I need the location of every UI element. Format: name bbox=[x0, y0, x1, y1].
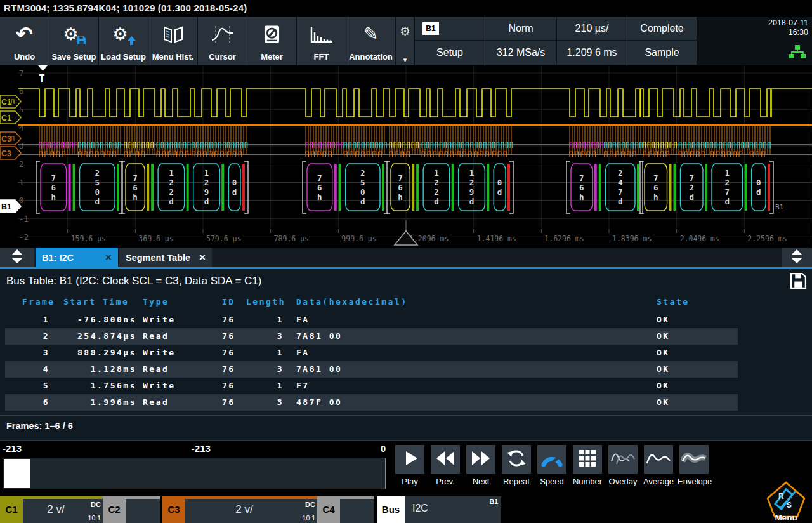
bus-badge[interactable]: B1 bbox=[422, 22, 439, 35]
channel-tab-c3[interactable]: C3 bbox=[162, 496, 185, 523]
history-current-label: -213 bbox=[192, 441, 211, 458]
channel-probe-ratio: 10:1 bbox=[303, 514, 315, 522]
table-row[interactable]: 2254.874µsRead7637A81 00OK bbox=[5, 328, 738, 345]
bus-frame-label: 9 bbox=[204, 187, 209, 197]
table-row[interactable]: 51.756msWrite761F7OK bbox=[5, 378, 738, 394]
fft-button[interactable]: FFT bbox=[297, 17, 346, 65]
close-icon[interactable]: × bbox=[190, 251, 206, 264]
bus-ack-bar bbox=[412, 164, 414, 211]
load-setup-button[interactable]: ⚙Load Setup bbox=[99, 17, 148, 65]
history-slider: -213 -213 0 bbox=[3, 441, 386, 489]
timebase[interactable]: 210 µs/ bbox=[557, 17, 627, 40]
column-header: Data(hexadecimal) bbox=[289, 293, 657, 312]
scroll-updown-icon bbox=[9, 248, 25, 267]
bus-ack-bar bbox=[147, 164, 149, 211]
tab-b1-i2c[interactable]: B1: I2C × bbox=[36, 248, 118, 267]
close-icon[interactable]: × bbox=[96, 251, 112, 264]
annotation-icon: ✎ bbox=[346, 17, 395, 52]
bus-frame-label: 7 bbox=[725, 187, 730, 197]
menu-hist-button[interactable]: Menu Hist. bbox=[148, 17, 197, 65]
playback-button-label: Play bbox=[393, 477, 426, 486]
scale-label: -1 bbox=[19, 214, 29, 223]
speed-button[interactable] bbox=[537, 445, 566, 474]
bus-ack-bar bbox=[487, 164, 489, 211]
system-info: RTM3004; 1335.8794K04; 101029 (01.300 20… bbox=[4, 3, 247, 13]
settings-strip[interactable]: ⚙ ▾ bbox=[396, 17, 414, 65]
bus-frame-label: 6 bbox=[579, 183, 584, 192]
table-cell: 3 bbox=[22, 345, 63, 361]
bus-frame-label: h bbox=[579, 192, 584, 202]
column-header: Start Time bbox=[63, 293, 143, 312]
history-track[interactable] bbox=[3, 458, 386, 489]
tab-segment-table[interactable]: Segment Table × bbox=[119, 248, 212, 267]
menu-button[interactable]: RS Menu bbox=[763, 481, 809, 522]
table-cell: 4 bbox=[22, 361, 63, 378]
channel-tab-c1[interactable]: C1 bbox=[0, 496, 23, 523]
tab-scroll-updown-right[interactable] bbox=[782, 248, 812, 267]
bus-frame-label: d bbox=[689, 192, 694, 202]
undo-button[interactable]: ↶Undo bbox=[0, 17, 49, 65]
bus-ack-bar bbox=[768, 164, 770, 211]
repeat-button[interactable] bbox=[502, 445, 531, 474]
scroll-updown-icon bbox=[789, 248, 805, 267]
bus-frame-label: h bbox=[133, 192, 138, 202]
bus-frame-label: d bbox=[232, 187, 237, 197]
channel-tab-c4[interactable]: C4 bbox=[317, 496, 340, 523]
table-row[interactable]: 61.996msRead763487F 00OK bbox=[5, 394, 738, 411]
bus-settings[interactable]: I2CB1 bbox=[405, 496, 501, 523]
table-cell: 888.294µs bbox=[63, 345, 143, 361]
c1-trace bbox=[18, 89, 812, 117]
waveform-display[interactable]: 76543210-1-276h250d76h122d129d0d76h250d7… bbox=[0, 65, 812, 248]
cursor-button[interactable]: Cursor bbox=[198, 17, 247, 65]
bus-frame-label: 7 bbox=[653, 173, 658, 183]
next-button[interactable] bbox=[466, 445, 495, 474]
history-handle[interactable] bbox=[4, 459, 30, 488]
column-header: Length bbox=[246, 293, 289, 312]
bus-frame-label: 2 bbox=[434, 187, 439, 197]
time-axis-label: 2.0496 ms bbox=[680, 234, 719, 243]
bus-frame-label: 1 bbox=[469, 168, 475, 178]
acquisition-mode[interactable]: Sample bbox=[627, 41, 697, 65]
bus-ack-bar bbox=[745, 164, 747, 211]
bus-frame-label: 0 bbox=[232, 178, 237, 187]
save-table-icon[interactable] bbox=[790, 272, 807, 292]
overlay-button[interactable] bbox=[608, 445, 638, 474]
meter-button[interactable]: Meter bbox=[247, 17, 296, 65]
number-button[interactable] bbox=[573, 445, 602, 474]
table-row[interactable]: 1-76.800nsWrite761FAOK bbox=[5, 312, 738, 328]
trigger-time-marker[interactable] bbox=[38, 65, 48, 71]
meter-icon bbox=[247, 17, 296, 52]
table-cell: OK bbox=[657, 378, 738, 394]
annotation-button[interactable]: ✎Annotation bbox=[346, 17, 395, 65]
table-row[interactable]: 3888.294µsWrite761FAOK bbox=[5, 345, 738, 361]
table-cell: OK bbox=[657, 394, 738, 411]
scale-label: -2 bbox=[19, 232, 29, 242]
setup-button[interactable]: Setup bbox=[415, 41, 485, 65]
table-cell: 76 bbox=[222, 394, 246, 411]
channel-tab-c2[interactable]: C2 bbox=[103, 496, 126, 523]
envelope-button[interactable] bbox=[679, 445, 709, 474]
playback-button-label: Number bbox=[571, 477, 604, 486]
toolbar-button-label: Meter bbox=[247, 52, 296, 65]
channel-settings-c2[interactable] bbox=[126, 496, 160, 523]
tab-bar: B1: I2C × Segment Table × bbox=[0, 248, 812, 269]
bus-tab[interactable]: Bus bbox=[377, 496, 405, 523]
tab-scroll-updown-left[interactable] bbox=[0, 248, 34, 267]
channel-settings-c1[interactable]: 2 v/DC10:1 bbox=[23, 496, 103, 523]
save-setup-icon: ⚙ bbox=[49, 17, 98, 52]
average-button[interactable] bbox=[644, 445, 673, 474]
channel-scale: 2 v/ bbox=[23, 503, 89, 516]
play-button[interactable] bbox=[395, 445, 424, 474]
playback-controls: PlayPrev.NextRepeatSpeedNumberOverlayAve… bbox=[393, 445, 710, 486]
prev-button[interactable] bbox=[431, 445, 460, 474]
save-setup-button[interactable]: ⚙Save Setup bbox=[49, 17, 98, 65]
time-axis-label: 369.6 µs bbox=[138, 234, 173, 243]
trigger-mode[interactable]: Norm bbox=[485, 17, 556, 40]
table-cell: OK bbox=[657, 361, 738, 378]
channel-settings-c3[interactable]: 2 v/DC10:1 bbox=[185, 496, 317, 523]
channel-settings-c4[interactable] bbox=[340, 496, 374, 523]
table-row[interactable]: 41.128msRead7637A81 00OK bbox=[5, 361, 738, 378]
bus-ack-bar bbox=[69, 164, 71, 211]
bus-frame-label: 0 bbox=[756, 178, 761, 187]
time-axis-label: 1.4196 ms bbox=[477, 234, 516, 243]
